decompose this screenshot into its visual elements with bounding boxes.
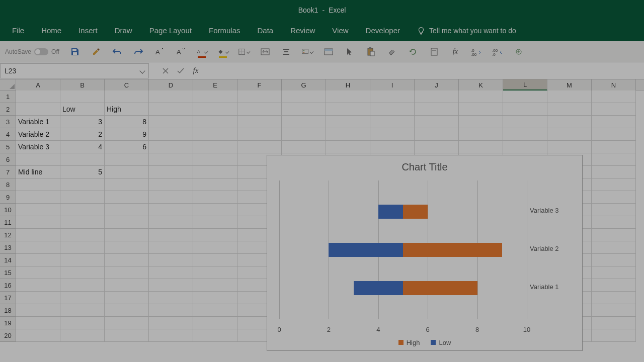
- row-header[interactable]: 2: [0, 103, 16, 116]
- select-objects-button[interactable]: [344, 46, 355, 57]
- column-header[interactable]: J: [415, 79, 459, 90]
- cell[interactable]: [415, 128, 459, 141]
- cell[interactable]: [105, 254, 149, 266]
- row-header[interactable]: 11: [0, 216, 16, 229]
- cell[interactable]: [16, 216, 60, 229]
- row-header[interactable]: 13: [0, 241, 16, 254]
- cell[interactable]: Variable 2: [16, 128, 60, 141]
- cell[interactable]: [60, 90, 105, 103]
- tab-review[interactable]: Review: [282, 21, 323, 41]
- cell[interactable]: [547, 128, 592, 141]
- cell[interactable]: [16, 329, 60, 342]
- column-header[interactable]: D: [149, 79, 193, 90]
- worksheet[interactable]: ABCDEFGHIJKLMN 12LowHigh3Variable 1384Va…: [0, 79, 644, 362]
- row-header[interactable]: 17: [0, 292, 16, 304]
- cell[interactable]: [105, 191, 149, 204]
- font-shrink-button[interactable]: A: [175, 46, 186, 57]
- cell[interactable]: [193, 90, 237, 103]
- cell[interactable]: [193, 266, 237, 279]
- cell[interactable]: [16, 279, 60, 292]
- cell[interactable]: [105, 204, 149, 216]
- column-header[interactable]: F: [237, 79, 282, 90]
- cell[interactable]: [60, 254, 105, 266]
- cancel-formula-button[interactable]: [158, 64, 173, 77]
- cell[interactable]: [415, 90, 459, 103]
- cell[interactable]: 4: [60, 141, 105, 153]
- row-header[interactable]: 1: [0, 90, 16, 103]
- refresh-button[interactable]: [408, 46, 419, 57]
- bar-low[interactable]: [378, 205, 403, 219]
- cell[interactable]: [149, 166, 193, 178]
- cell[interactable]: [193, 254, 237, 266]
- cell[interactable]: [60, 317, 105, 329]
- column-header[interactable]: L: [503, 79, 547, 90]
- cell[interactable]: [503, 141, 547, 153]
- cell[interactable]: [592, 229, 636, 241]
- name-box[interactable]: L23: [0, 63, 149, 78]
- font-color-button[interactable]: A: [196, 46, 207, 57]
- embedded-chart[interactable]: Chart Title 0246810Variable 3Variable 2V…: [267, 155, 583, 351]
- increase-decimal-button[interactable]: .0.00: [471, 46, 482, 57]
- cell[interactable]: 2: [60, 128, 105, 141]
- cell[interactable]: [326, 116, 370, 128]
- cell[interactable]: [16, 292, 60, 304]
- cell[interactable]: [193, 292, 237, 304]
- cell[interactable]: [592, 166, 636, 178]
- cell[interactable]: [237, 90, 282, 103]
- cell[interactable]: [16, 241, 60, 254]
- cell[interactable]: [193, 329, 237, 342]
- row-header[interactable]: 14: [0, 254, 16, 266]
- cell[interactable]: [503, 90, 547, 103]
- cell[interactable]: [149, 116, 193, 128]
- cell[interactable]: [459, 103, 503, 116]
- cell[interactable]: [503, 103, 547, 116]
- cell[interactable]: [60, 266, 105, 279]
- cell[interactable]: [370, 128, 415, 141]
- column-header[interactable]: I: [370, 79, 415, 90]
- cell[interactable]: [60, 153, 105, 166]
- cell[interactable]: [459, 90, 503, 103]
- cell[interactable]: Variable 3: [16, 141, 60, 153]
- cell[interactable]: [60, 216, 105, 229]
- row-header[interactable]: 15: [0, 266, 16, 279]
- cell[interactable]: [193, 204, 237, 216]
- cell[interactable]: [592, 317, 636, 329]
- cell[interactable]: [16, 90, 60, 103]
- cell[interactable]: [592, 266, 636, 279]
- cell[interactable]: [105, 304, 149, 317]
- row-header[interactable]: 7: [0, 166, 16, 178]
- cell[interactable]: 9: [105, 128, 149, 141]
- cell[interactable]: [149, 329, 193, 342]
- row-header[interactable]: 8: [0, 178, 16, 191]
- cell[interactable]: [60, 178, 105, 191]
- bar-high[interactable]: [403, 205, 428, 219]
- row-header[interactable]: 9: [0, 191, 16, 204]
- cell[interactable]: [60, 279, 105, 292]
- cell[interactable]: [237, 128, 282, 141]
- redo-button[interactable]: [133, 46, 144, 57]
- cell[interactable]: [16, 266, 60, 279]
- freeze-panes-button[interactable]: [323, 46, 334, 57]
- cell[interactable]: [282, 116, 326, 128]
- cell[interactable]: [193, 103, 237, 116]
- cell[interactable]: [60, 204, 105, 216]
- chart-legend[interactable]: High Low: [267, 339, 582, 346]
- row-header[interactable]: 16: [0, 279, 16, 292]
- column-header[interactable]: M: [547, 79, 592, 90]
- customize-qat-button[interactable]: [513, 46, 524, 57]
- row-header[interactable]: 3: [0, 116, 16, 128]
- cell[interactable]: [503, 116, 547, 128]
- cell[interactable]: [592, 241, 636, 254]
- autosave-toggle[interactable]: AutoSave Off: [5, 48, 59, 55]
- cell[interactable]: [16, 153, 60, 166]
- cell[interactable]: [193, 191, 237, 204]
- column-header[interactable]: K: [459, 79, 503, 90]
- tab-view[interactable]: View: [324, 21, 356, 41]
- cell[interactable]: [16, 229, 60, 241]
- bar-low[interactable]: [329, 243, 403, 257]
- conditional-format-button[interactable]: [302, 46, 313, 57]
- tab-data[interactable]: Data: [249, 21, 281, 41]
- cell[interactable]: [370, 116, 415, 128]
- cell[interactable]: [149, 254, 193, 266]
- cell[interactable]: [60, 191, 105, 204]
